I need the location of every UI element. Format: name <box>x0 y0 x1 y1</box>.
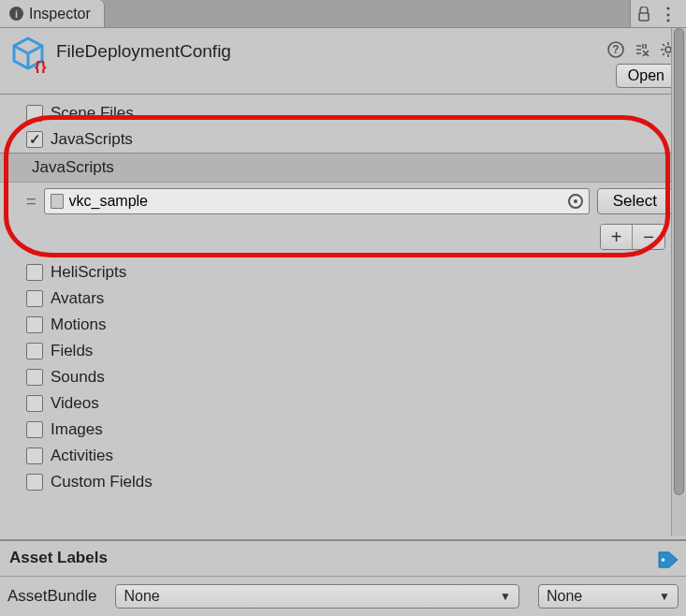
select-button[interactable]: Select <box>597 188 673 214</box>
lock-icon[interactable] <box>637 7 650 22</box>
properties-panel: Scene Files JavaScripts JavaScripts = Se… <box>0 95 686 501</box>
asset-bundle-bar: AssetBundle None ▼ None ▼ <box>0 576 686 616</box>
tab-title: Inspector <box>29 6 91 22</box>
property-images[interactable]: Images <box>0 417 686 443</box>
scriptable-object-icon: {} <box>9 36 47 73</box>
file-icon <box>51 194 64 209</box>
asset-bundle-variant-dropdown[interactable]: None ▼ <box>538 584 679 609</box>
property-activities[interactable]: Activities <box>0 443 686 469</box>
checkbox-custom-fields[interactable] <box>26 474 43 491</box>
javascripts-section-header: JavaScripts <box>0 153 686 183</box>
tab-bar: i Inspector ⋮ <box>0 0 686 28</box>
asset-labels-header: Asset Labels <box>0 539 686 575</box>
asset-title: FileDeploymentConfig <box>56 36 231 62</box>
presets-icon[interactable] <box>634 41 650 58</box>
checkbox-scene-files[interactable] <box>26 105 43 122</box>
asset-bundle-dropdown[interactable]: None ▼ <box>115 584 519 609</box>
svg-line-11 <box>663 44 664 46</box>
property-custom-fields[interactable]: Custom Fields <box>0 469 686 495</box>
asset-bundle-label: AssetBundle <box>7 587 96 606</box>
scrollbar-thumb[interactable] <box>674 28 684 495</box>
chevron-down-icon: ▼ <box>659 590 670 603</box>
property-label: Images <box>51 420 103 439</box>
checkbox-avatars[interactable] <box>26 290 43 307</box>
property-label: Motions <box>51 315 107 334</box>
label-tag-button[interactable] <box>656 550 680 569</box>
help-icon[interactable]: ? <box>607 41 624 58</box>
drag-handle-icon[interactable]: = <box>26 192 36 212</box>
property-heliscripts[interactable]: HeliScripts <box>0 259 686 286</box>
property-avatars[interactable]: Avatars <box>0 286 686 312</box>
open-button[interactable]: Open <box>616 64 677 88</box>
checkbox-images[interactable] <box>26 421 43 438</box>
list-add-remove: + − <box>0 220 686 259</box>
checkbox-sounds[interactable] <box>26 369 43 386</box>
checkbox-motions[interactable] <box>26 316 43 333</box>
svg-text:{}: {} <box>35 59 46 73</box>
chevron-down-icon: ▼ <box>500 590 511 603</box>
checkbox-fields[interactable] <box>26 343 43 359</box>
property-label: Fields <box>51 342 93 360</box>
object-field-input[interactable] <box>69 193 562 210</box>
property-label: Videos <box>51 394 99 413</box>
property-label: Avatars <box>51 289 104 308</box>
object-field[interactable] <box>44 188 590 214</box>
property-label: Sounds <box>51 368 105 387</box>
vertical-scrollbar[interactable] <box>671 28 686 535</box>
dropdown-value: None <box>547 588 582 605</box>
property-sounds[interactable]: Sounds <box>0 364 686 390</box>
property-label: HeliScripts <box>51 263 126 282</box>
property-fields[interactable]: Fields <box>0 338 686 364</box>
dropdown-value: None <box>124 588 159 605</box>
property-scene-files[interactable]: Scene Files <box>0 100 686 126</box>
checkbox-videos[interactable] <box>26 395 43 412</box>
property-javascripts[interactable]: JavaScripts <box>0 126 686 153</box>
remove-button[interactable]: − <box>633 225 664 249</box>
checkbox-activities[interactable] <box>26 447 43 464</box>
object-picker-icon[interactable] <box>568 194 583 209</box>
property-label: Custom Fields <box>51 473 153 491</box>
property-motions[interactable]: Motions <box>0 312 686 338</box>
info-icon: i <box>9 7 23 21</box>
svg-point-15 <box>662 558 665 562</box>
kebab-menu-icon[interactable]: ⋮ <box>660 4 677 24</box>
checkbox-heliscripts[interactable] <box>26 264 43 281</box>
property-label: JavaScripts <box>51 130 133 149</box>
property-label: Activities <box>51 447 113 465</box>
svg-text:?: ? <box>612 43 619 56</box>
tab-right-controls: ⋮ <box>630 0 686 27</box>
asset-labels-title: Asset Labels <box>9 549 108 566</box>
javascripts-list-item: = Select <box>0 183 686 220</box>
add-button[interactable]: + <box>601 225 633 249</box>
asset-header: {} FileDeploymentConfig ? Open <box>0 28 686 94</box>
checkbox-javascripts[interactable] <box>26 131 43 148</box>
tag-icon <box>656 550 680 569</box>
property-videos[interactable]: Videos <box>0 390 686 417</box>
inspector-tab[interactable]: i Inspector <box>0 0 105 27</box>
svg-line-13 <box>663 53 664 55</box>
property-label: Scene Files <box>51 104 134 123</box>
svg-rect-0 <box>639 13 649 21</box>
